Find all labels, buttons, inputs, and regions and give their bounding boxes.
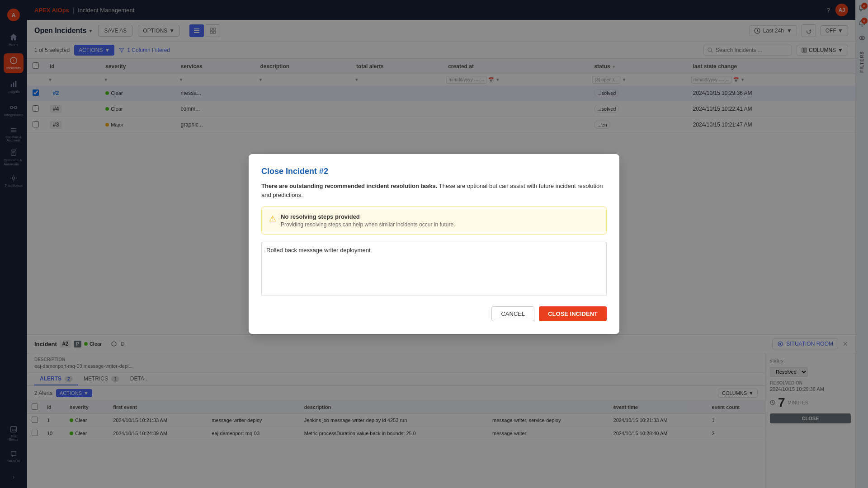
warning-title: No resolving steps provided (281, 213, 455, 220)
close-incident-button[interactable]: CLOSE INCIDENT (539, 306, 607, 321)
modal-title: Close Incident #2 (261, 167, 607, 176)
resolving-steps-textarea[interactable]: Rolled back message writer deployment (261, 242, 607, 296)
warning-content: No resolving steps provided Providing re… (281, 213, 455, 228)
warning-triangle-icon: ⚠ (269, 214, 276, 224)
modal-overlay[interactable]: Close Incident #2 There are outstanding … (0, 0, 868, 488)
cancel-button[interactable]: CANCEL (491, 306, 534, 321)
warning-text: Providing resolving steps can help when … (281, 221, 455, 228)
warning-box: ⚠ No resolving steps provided Providing … (261, 206, 607, 235)
close-incident-modal: Close Incident #2 There are outstanding … (249, 154, 619, 334)
modal-desc-bold: There are outstanding recommended incide… (261, 183, 437, 189)
modal-footer: CANCEL CLOSE INCIDENT (261, 306, 607, 321)
modal-description: There are outstanding recommended incide… (261, 182, 607, 199)
